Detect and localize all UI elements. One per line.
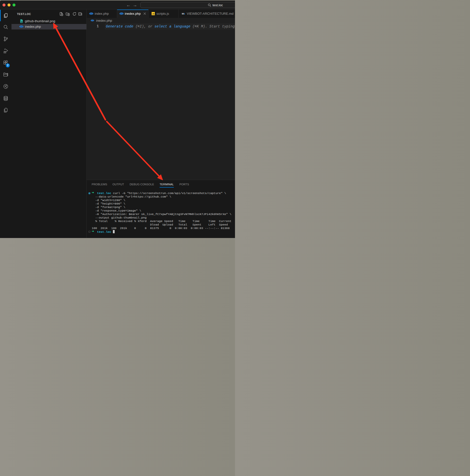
svg-text:M: M bbox=[182, 12, 184, 15]
svg-text:php: php bbox=[91, 19, 93, 21]
svg-text:php: php bbox=[120, 13, 123, 15]
svg-text:php: php bbox=[20, 26, 23, 28]
svg-text:JS: JS bbox=[152, 13, 154, 15]
svg-text:php: php bbox=[89, 13, 93, 15]
